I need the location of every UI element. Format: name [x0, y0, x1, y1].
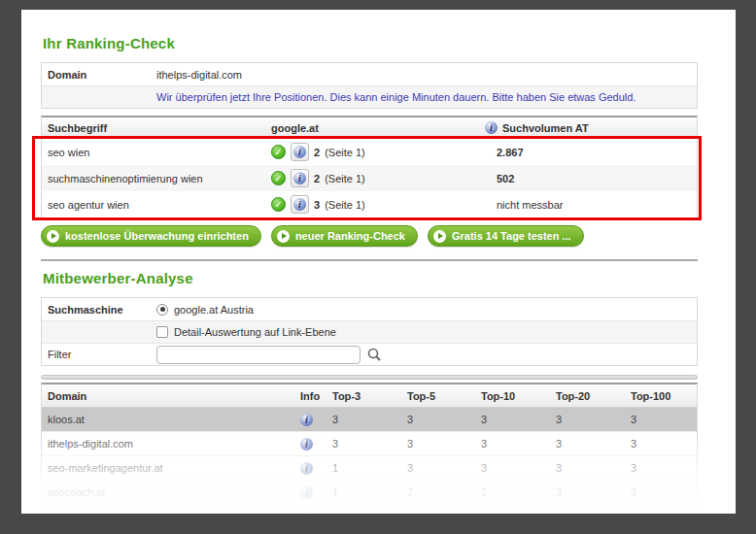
domain-cell: evergreenmedia.at: [42, 511, 300, 514]
filter-input[interactable]: [156, 346, 361, 364]
top3-cell: 1: [328, 486, 403, 498]
info-icon[interactable]: i: [300, 462, 313, 475]
top20-cell: 3: [552, 511, 627, 514]
position-value: 3: [314, 199, 320, 211]
info-icon: i: [293, 172, 306, 184]
info-icon[interactable]: i: [300, 511, 313, 515]
top5-cell: 3: [403, 438, 477, 450]
play-icon: [277, 230, 290, 243]
header-top3: Top-3: [328, 390, 403, 402]
monitoring-setup-button[interactable]: kostenlose Überwachung einrichten: [41, 225, 261, 247]
table-row: ithelps-digital.com i 3 3 3 3 3: [42, 432, 697, 456]
filter-row: Filter: [42, 343, 697, 365]
position-cell: ✓ i 2 (Seite 1): [265, 169, 479, 187]
info-button[interactable]: i: [291, 169, 309, 187]
ranking-table-header: Suchbegriff google.at i Suchvolumen AT: [42, 117, 697, 139]
google-at-radio[interactable]: [156, 304, 168, 316]
position-page: (Seite 1): [325, 199, 365, 211]
table-row: seo agentur wien ✓ i 3 (Seite 1) nicht m…: [42, 191, 697, 217]
info-icon[interactable]: i: [300, 438, 313, 451]
detail-analysis-checkbox-label: Detail-Auswertung auf Link-Ebene: [174, 326, 336, 338]
competitor-table: Domain Info Top-3 Top-5 Top-10 Top-20 To…: [41, 383, 698, 514]
position-value: 2: [314, 173, 320, 184]
google-at-radio-label: google.at Austria: [174, 304, 254, 316]
volume-cell: 2.867: [479, 147, 697, 158]
check-icon: ✓: [271, 171, 286, 185]
header-domain: Domain: [42, 390, 300, 402]
top20-cell: 3: [552, 414, 627, 425]
domain-cell: seo-marketingagentur.at: [42, 462, 300, 474]
top20-cell: 3: [552, 486, 627, 498]
header-top20: Top-20: [552, 390, 627, 402]
page-background: { "colors": { "accent_green": "#4ba11c",…: [0, 0, 756, 534]
position-cell: ✓ i 2 (Seite 1): [265, 143, 479, 161]
info-icon[interactable]: i: [485, 121, 498, 134]
domain-label: Domain: [42, 69, 156, 81]
ranking-rows: seo wien ✓ i 2 (Seite 1) 2.867 suchmasch…: [42, 139, 697, 217]
top5-cell: 1: [403, 511, 477, 514]
table-row: suchmaschinenoptimierung wien ✓ i 2 (Sei…: [42, 165, 697, 191]
header-suchbegriff: Suchbegriff: [42, 122, 265, 134]
position-page: (Seite 1): [325, 147, 365, 158]
domain-info-table: Domain ithelps-digital.com Wir überprüfe…: [41, 62, 698, 109]
ranking-table: Suchbegriff google.at i Suchvolumen AT s…: [41, 116, 698, 218]
volume-cell: 502: [479, 173, 697, 184]
info-icon[interactable]: i: [300, 414, 313, 426]
top20-cell: 3: [552, 462, 627, 474]
status-message: Wir überprüfen jetzt Ihre Positionen. Di…: [156, 91, 697, 103]
new-ranking-check-button[interactable]: neuer Ranking-Check: [271, 225, 418, 247]
header-top100: Top-100: [627, 390, 697, 402]
top10-cell: 3: [477, 414, 552, 425]
section-divider: [41, 259, 698, 261]
header-top5: Top-5: [403, 390, 477, 402]
top10-cell: 2: [477, 486, 552, 498]
free-trial-button[interactable]: Gratis 14 Tage testen ...: [428, 225, 584, 247]
volume-cell: nicht messbar: [479, 199, 697, 211]
header-suchvolumen-label: Suchvolumen AT: [502, 122, 589, 134]
info-button[interactable]: i: [291, 195, 309, 214]
button-label: neuer Ranking-Check: [295, 230, 405, 242]
domain-value: ithelps-digital.com: [156, 69, 697, 81]
top5-cell: 3: [403, 414, 477, 425]
search-engine-row: Suchmaschine google.at Austria: [42, 298, 697, 320]
top100-cell: 3: [627, 462, 697, 474]
table-row: evergreenmedia.at i 1 1 3 3 3: [42, 505, 697, 514]
position-page: (Seite 1): [325, 173, 365, 184]
search-engine-label: Suchmaschine: [42, 304, 156, 316]
table-row: seocoach.at i 1 2 2 3 3: [42, 481, 697, 505]
top3-cell: 1: [328, 511, 403, 514]
position-cell: ✓ i 3 (Seite 1): [265, 195, 479, 214]
action-buttons: kostenlose Überwachung einrichten neuer …: [41, 225, 719, 247]
top100-cell: 3: [627, 438, 697, 450]
header-google-at: google.at: [265, 122, 479, 134]
header-suchvolumen: i Suchvolumen AT: [479, 121, 697, 134]
horizontal-scrollbar[interactable]: [41, 375, 698, 380]
competitor-filter-form: Suchmaschine google.at Austria Detail-Au…: [41, 297, 698, 366]
header-top10: Top-10: [477, 390, 552, 402]
info-icon: i: [293, 146, 306, 158]
check-icon: ✓: [271, 145, 286, 159]
info-icon[interactable]: i: [300, 486, 313, 499]
button-label: Gratis 14 Tage testen ...: [452, 230, 571, 242]
detail-option-row: Detail-Auswertung auf Link-Ebene: [42, 320, 697, 343]
top100-cell: 3: [627, 414, 697, 425]
filter-label: Filter: [42, 349, 156, 360]
top5-cell: 3: [403, 462, 477, 474]
domain-cell: kloos.at: [42, 414, 300, 425]
top10-cell: 3: [477, 462, 552, 474]
keyword-cell: suchmaschinenoptimierung wien: [42, 173, 265, 184]
info-button[interactable]: i: [291, 143, 309, 161]
detail-analysis-checkbox[interactable]: [156, 326, 168, 338]
info-icon: i: [293, 198, 306, 211]
domain-cell: ithelps-digital.com: [42, 438, 300, 450]
position-value: 2: [314, 147, 320, 158]
top20-cell: 3: [552, 438, 627, 450]
top3-cell: 3: [328, 438, 403, 450]
top3-cell: 3: [328, 414, 403, 425]
check-icon: ✓: [271, 197, 286, 212]
search-icon[interactable]: [366, 347, 382, 362]
top10-cell: 3: [477, 438, 552, 450]
domain-cell: seocoach.at: [42, 486, 300, 498]
top5-cell: 2: [403, 486, 477, 498]
main-panel: Ihr Ranking-Check Domain ithelps-digital…: [21, 10, 736, 514]
